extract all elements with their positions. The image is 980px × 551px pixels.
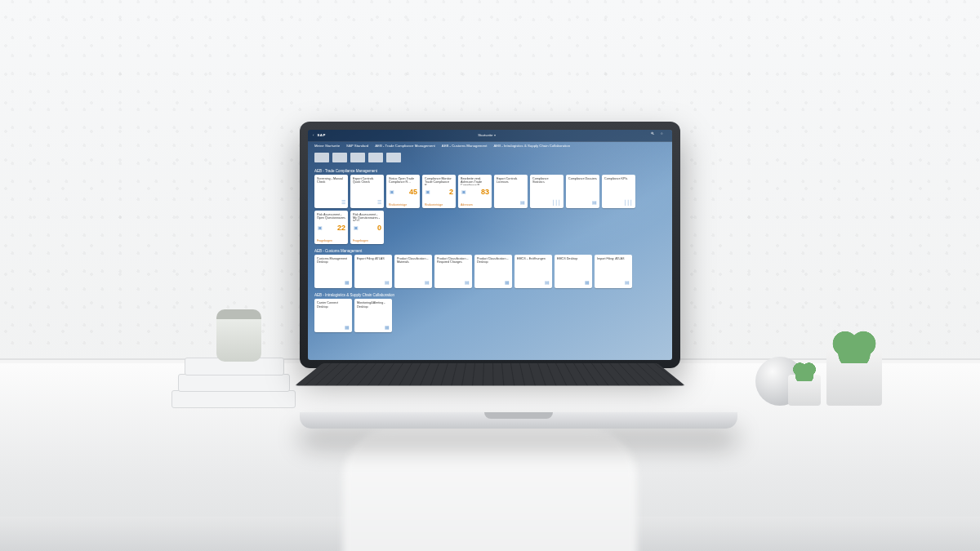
list-icon: ☰ [377, 200, 381, 206]
laptop: ‹ SAP Startseite 🔍︎ ○ Meine Startseite S… [300, 122, 680, 429]
summary-tile[interactable] [350, 153, 365, 162]
fiori-launchpad: ‹ SAP Startseite 🔍︎ ○ Meine Startseite S… [308, 130, 672, 360]
laptop-base [300, 412, 737, 429]
app-tile[interactable]: Carrier Connect Desktop▦ [314, 299, 352, 332]
tab-customs[interactable]: AEB - Customs Management [442, 144, 488, 149]
groups-container: AEB - Trade Compliance ManagementScreeni… [308, 166, 672, 335]
doc-icon: ▤ [425, 280, 430, 286]
tile-kpi: 83 [481, 187, 489, 195]
candle-prop [216, 309, 261, 362]
app-tile[interactable]: Compliance Monitor Trade Compliance R…▣2… [422, 175, 456, 208]
app-tile[interactable]: EMCS Desktop▦ [555, 255, 592, 288]
tile-title: Export Controls Quick Check [353, 177, 381, 184]
tile-title: Export Controls Licenses [497, 177, 525, 184]
tile-title: Status Open Trade Compliance R… [389, 177, 417, 184]
summary-tile[interactable] [314, 153, 329, 162]
tile-subtitle: Adressen [461, 203, 489, 207]
summary-tile[interactable] [332, 153, 347, 162]
doc-icon: ▤ [520, 200, 525, 206]
doc-icon: ▤ [465, 280, 470, 286]
app-tile[interactable]: Product Classification – Desktop▦ [474, 255, 512, 288]
kpi-icon: ▣ [461, 189, 466, 194]
tile-title: Compliance Monitor Trade Compliance R… [425, 177, 453, 185]
tile-kpi: 0 [377, 223, 381, 231]
grid-icon: ▦ [385, 325, 390, 331]
shell-title[interactable]: Startseite [326, 134, 648, 138]
plant-prop-small [788, 375, 821, 406]
doc-icon: ▤ [545, 280, 550, 286]
tile-title: Screening - Manual Check [317, 177, 345, 184]
back-icon[interactable]: ‹ [313, 134, 314, 138]
app-tile[interactable]: Status Open Trade Compliance R…▣45Risiko… [386, 175, 420, 208]
app-tile[interactable]: Screening - Manual Check☰ [314, 175, 348, 208]
tile-title: Risk Assessment - My Questionnaires - SC… [353, 213, 381, 221]
tile-subtitle: Risikoeinträge [425, 203, 453, 207]
kpi-icon: ▣ [354, 224, 359, 230]
tile-title: Product Classification – Required Change… [437, 257, 470, 264]
doc-icon: ▤ [592, 200, 597, 206]
app-tile[interactable]: Compliance Statistics│││ [530, 175, 564, 208]
grid-icon: ▦ [345, 325, 350, 331]
tab-home[interactable]: Meine Startseite [314, 144, 340, 149]
app-tile[interactable]: Import Filing: ATLAS▤ [595, 255, 632, 288]
tile-title: Product Classification – Desktop [477, 257, 510, 264]
doc-icon: ▤ [385, 280, 390, 286]
search-icon[interactable]: 🔍︎ [651, 132, 657, 139]
summary-tile[interactable] [368, 153, 383, 162]
chair-prop [343, 429, 637, 551]
summary-tile-row [308, 151, 672, 166]
tab-standard[interactable]: SAP Standard [346, 144, 368, 149]
kpi-icon: ▣ [425, 189, 430, 194]
app-tile[interactable]: Monitoring&Alerting - Desktop▦ [354, 299, 392, 332]
tile-title: Compliance KPIs [604, 177, 633, 180]
summary-tile[interactable] [386, 153, 401, 162]
group-title: AEB - Intralogistics & Supply Chain Coll… [308, 290, 672, 299]
tile-title: Import Filing: ATLAS [597, 257, 630, 260]
list-icon: ☰ [341, 200, 345, 206]
app-tile[interactable]: Export Filing: ATLAS▤ [354, 255, 392, 288]
product-photo: ‹ SAP Startseite 🔍︎ ○ Meine Startseite S… [0, 0, 980, 551]
laptop-lid: ‹ SAP Startseite 🔍︎ ○ Meine Startseite S… [300, 122, 680, 368]
tile-title: Compliance Dossiers [568, 177, 597, 180]
tile-title: Compliance Statistics [532, 177, 561, 184]
tile-title: Product Classification – Materials [397, 257, 430, 264]
grid-icon: ▦ [345, 280, 350, 286]
tab-logistics[interactable]: AEB - Intralogistics & Supply Chain Coll… [493, 144, 570, 149]
app-tile[interactable]: Bearbeite verd. Adressen Trade Complianc… [458, 175, 492, 208]
app-tile[interactable]: Export Controls Licenses▤ [494, 175, 528, 208]
app-tile[interactable]: Risk Assessment - My Questionnaires - SC… [350, 211, 384, 244]
app-tile[interactable]: Export Controls Quick Check☰ [350, 175, 384, 208]
app-tile[interactable]: Compliance Dossiers▤ [566, 175, 599, 208]
tile-row: Screening - Manual Check☰Export Controls… [308, 175, 672, 246]
kpi-icon: ▣ [318, 224, 323, 230]
tile-subtitle: Risikoeinträge [389, 203, 417, 207]
bar-icon: │││ [624, 200, 633, 206]
kpi-icon: ▣ [390, 189, 394, 194]
tile-subtitle: Fragebogen [353, 239, 381, 242]
tile-row: Carrier Connect Desktop▦Monitoring&Alert… [308, 299, 672, 334]
tile-kpi: 2 [449, 187, 453, 195]
tile-kpi: 22 [337, 223, 345, 231]
app-tile[interactable]: Risk Assessment - Open Questionnaires▣22… [314, 211, 348, 244]
tab-tcm[interactable]: AEB - Trade Compliance Management [375, 144, 435, 149]
app-tile[interactable]: Compliance KPIs│││ [602, 175, 635, 208]
app-tile[interactable]: Customs Management Desktop▦ [314, 255, 352, 288]
shell-header: ‹ SAP Startseite 🔍︎ ○ [308, 130, 672, 142]
grid-icon: ▦ [585, 280, 590, 286]
user-icon[interactable]: ○ [661, 132, 667, 139]
laptop-keyboard [295, 363, 685, 386]
tile-subtitle: Fragebogen [317, 239, 345, 242]
grid-icon: ▦ [505, 280, 510, 286]
tile-title: Export Filing: ATLAS [357, 257, 390, 260]
tile-title: Carrier Connect Desktop [317, 301, 350, 308]
app-tile[interactable]: Product Classification – Required Change… [434, 255, 472, 288]
group-title: AEB - Customs Management [308, 246, 672, 255]
sap-logo: SAP [317, 134, 325, 138]
tile-title: Risk Assessment - Open Questionnaires [317, 213, 345, 220]
tile-title: Customs Management Desktop [317, 257, 350, 264]
app-tile[interactable]: EMCS – Eröffnungen▤ [514, 255, 552, 288]
group-tabs: Meine Startseite SAP Standard AEB - Trad… [308, 142, 672, 151]
tile-title: Monitoring&Alerting - Desktop [357, 301, 390, 308]
tile-title: Bearbeite verd. Adressen Trade Complianc… [461, 177, 489, 185]
app-tile[interactable]: Product Classification – Materials▤ [394, 255, 432, 288]
